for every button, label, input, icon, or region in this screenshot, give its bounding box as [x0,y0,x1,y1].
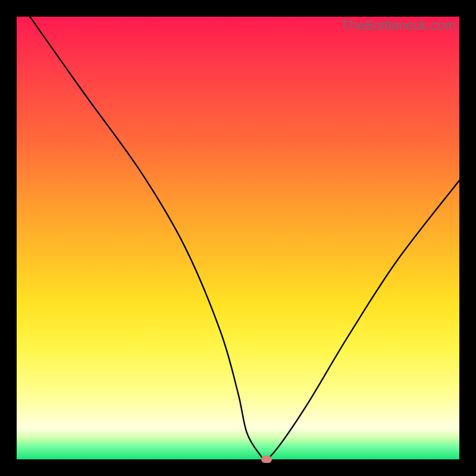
bottleneck-curve [17,17,459,459]
chart-frame: TheBottleneck.com [0,0,476,476]
minimum-marker [261,456,272,463]
plot-area: TheBottleneck.com [17,17,459,459]
